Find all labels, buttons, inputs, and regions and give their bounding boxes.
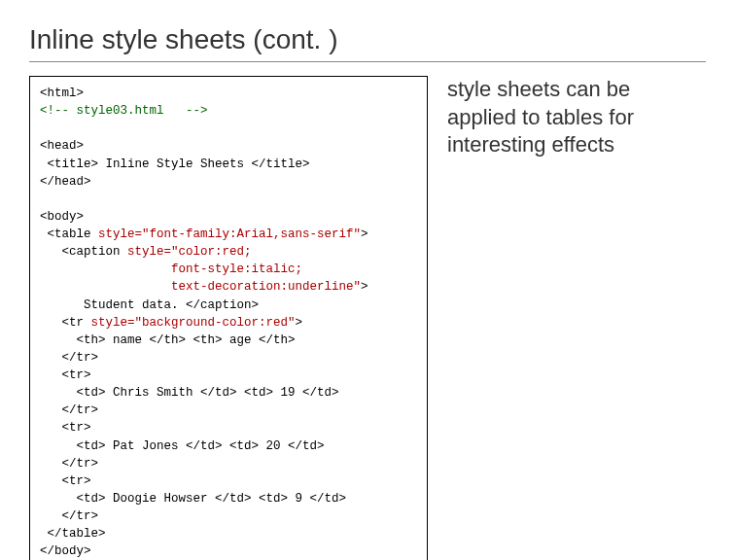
code-line: Student data. </caption> xyxy=(40,298,259,312)
code-line: <head> xyxy=(40,139,84,153)
description-text: style sheets can be applied to tables fo… xyxy=(447,76,681,159)
code-style-attr: text-decoration:underline" xyxy=(40,280,361,294)
code-line: <tr> xyxy=(40,368,91,382)
code-line: </tr> xyxy=(40,351,98,365)
code-line: <th> name </th> <th> age </th> xyxy=(40,333,296,347)
code-line: </tr> xyxy=(40,403,98,417)
code-line: <caption xyxy=(40,245,127,259)
code-line: > xyxy=(361,280,368,294)
code-style-attr: style="color:red; xyxy=(127,245,252,259)
code-line: > xyxy=(296,316,303,330)
code-line: <tr> xyxy=(40,474,91,488)
code-line: <title> Inline Style Sheets </title> xyxy=(40,158,310,171)
code-line: <tr xyxy=(40,316,91,330)
code-line: <td> Chris Smith </td> <td> 19 </td> xyxy=(40,386,339,400)
code-line: <table xyxy=(40,228,98,241)
code-line: </table> xyxy=(40,527,106,541)
code-line: <body> xyxy=(40,210,84,224)
code-comment: <!-- style03.html --> xyxy=(40,104,208,118)
code-line: > xyxy=(361,228,368,241)
slide-title: Inline style sheets (cont. ) xyxy=(29,24,706,62)
code-style-attr: style="font-family:Arial,sans-serif" xyxy=(98,228,361,241)
code-style-attr: font-style:italic; xyxy=(40,262,302,276)
content-area: <html> <!-- style03.html --> <head> <tit… xyxy=(29,76,706,560)
code-line: </tr> xyxy=(40,509,98,523)
code-line: <td> Pat Jones </td> <td> 20 </td> xyxy=(40,439,325,453)
code-line: <td> Doogie Howser </td> <td> 9 </td> xyxy=(40,492,346,506)
code-listing: <html> <!-- style03.html --> <head> <tit… xyxy=(40,85,417,560)
code-line: </head> xyxy=(40,175,91,189)
slide: Inline style sheets (cont. ) <html> <!--… xyxy=(0,0,735,560)
code-box: <html> <!-- style03.html --> <head> <tit… xyxy=(29,76,428,560)
code-style-attr: style="background-color:red" xyxy=(91,316,296,330)
code-line: <html> xyxy=(40,87,84,100)
code-line: <tr> xyxy=(40,421,91,435)
code-line: </tr> xyxy=(40,457,98,471)
code-line: </body> xyxy=(40,544,91,558)
